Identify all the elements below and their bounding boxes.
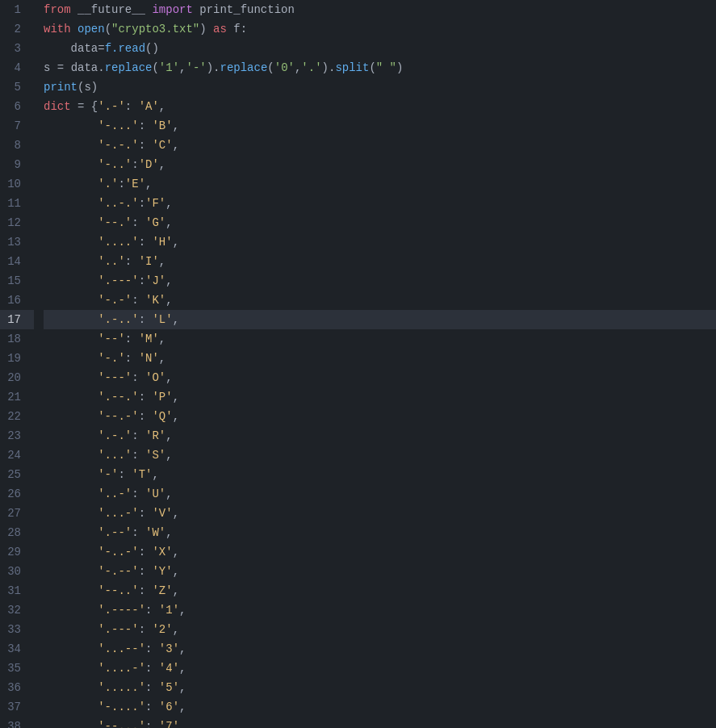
token: ,	[159, 352, 165, 365]
line-number-36: 36	[0, 678, 34, 697]
token	[44, 274, 98, 287]
token	[44, 720, 98, 728]
token: ,	[165, 429, 172, 442]
code-editor: 1234567891011121314151617181920212223242…	[0, 0, 716, 728]
code-line-1: from __future__ import print_function	[44, 0, 716, 19]
token: '-.-.'	[98, 139, 138, 152]
code-line-23: '.-.': 'R',	[44, 426, 716, 446]
token: 'V'	[152, 507, 172, 520]
token: (s)	[77, 81, 98, 94]
line-number-6: 6	[0, 97, 34, 116]
code-line-19: '-.': 'N',	[44, 349, 716, 368]
token: :	[139, 139, 153, 152]
token: ,	[159, 255, 165, 268]
token: '1'	[159, 604, 179, 617]
code-line-16: '-.-': 'K',	[44, 291, 716, 310]
token: 'E'	[125, 178, 145, 190]
token	[44, 604, 98, 617]
token: '-...'	[98, 119, 138, 132]
token: :	[139, 197, 145, 210]
line-number-29: 29	[0, 542, 34, 562]
line-number-15: 15	[0, 271, 34, 291]
token: '--..'	[98, 584, 138, 597]
token: ,	[165, 216, 172, 229]
token: (	[105, 23, 111, 36]
token: '.-'	[98, 100, 125, 113]
token: " "	[376, 61, 396, 74]
token: '---'	[98, 371, 132, 384]
line-number-37: 37	[0, 697, 34, 717]
token: ,	[165, 371, 172, 384]
code-line-2: with open("crypto3.txt") as f:	[44, 19, 716, 39]
token: '1'	[159, 61, 179, 74]
token: '...--'	[98, 642, 145, 655]
token: '.---'	[98, 623, 138, 636]
token: :	[145, 662, 159, 675]
code-line-25: '-': 'T',	[44, 465, 716, 484]
token: :	[125, 100, 139, 113]
token: 'K'	[145, 294, 165, 307]
token: '.'	[98, 178, 118, 190]
token	[44, 313, 98, 326]
token	[44, 507, 98, 520]
token: '--.-'	[98, 410, 138, 423]
token: )	[396, 61, 403, 74]
token: 'Q'	[152, 410, 172, 423]
token: ,	[173, 119, 179, 132]
token	[44, 197, 98, 210]
code-line-11: '..-.':'F',	[44, 194, 716, 213]
token: '-'	[98, 468, 118, 481]
code-line-38: '--...': '7',	[44, 717, 716, 728]
token: '.'	[301, 61, 321, 74]
token: :	[139, 313, 153, 326]
token: :	[139, 507, 153, 520]
token: :	[139, 119, 153, 132]
token: ,	[173, 623, 179, 636]
code-line-33: '.---': '2',	[44, 620, 716, 639]
token: ,	[159, 158, 165, 171]
code-line-26: '..-': 'U',	[44, 484, 716, 504]
token: ,	[173, 584, 179, 597]
token	[44, 662, 98, 675]
token: :	[145, 720, 159, 728]
token	[44, 158, 98, 171]
token	[44, 333, 98, 345]
token: ,	[179, 701, 186, 713]
token: (	[267, 61, 274, 74]
token	[71, 23, 77, 36]
token: ,	[179, 604, 186, 617]
code-line-4: s = data.replace('1','-').replace('0','.…	[44, 58, 716, 77]
token: replace	[220, 61, 268, 74]
line-number-38: 38	[0, 717, 34, 728]
token: '....-'	[98, 662, 145, 675]
token	[44, 623, 98, 636]
token	[44, 119, 98, 132]
code-line-21: '.--.': 'P',	[44, 387, 716, 407]
token: :	[145, 681, 159, 694]
token: 'T'	[132, 468, 152, 481]
token	[44, 236, 98, 249]
line-number-24: 24	[0, 446, 34, 465]
line-number-gutter: 1234567891011121314151617181920212223242…	[0, 0, 40, 728]
token: '-.-'	[98, 294, 132, 307]
token: :	[139, 584, 153, 597]
token	[44, 701, 98, 713]
token	[44, 526, 98, 539]
line-number-26: 26	[0, 484, 34, 504]
token: '-.--'	[98, 565, 138, 578]
token: ,	[165, 487, 172, 500]
code-line-37: '-....': '6',	[44, 697, 716, 717]
code-line-12: '--.': 'G',	[44, 213, 716, 232]
line-number-17: 17	[0, 310, 34, 329]
token: '3'	[159, 642, 179, 655]
line-number-32: 32	[0, 600, 34, 620]
token: ).	[207, 61, 220, 74]
token: 'S'	[145, 449, 165, 462]
token: s	[44, 61, 57, 74]
line-number-23: 23	[0, 426, 34, 446]
token: '4'	[159, 662, 179, 675]
token: ,	[165, 294, 172, 307]
token: replace	[105, 61, 153, 74]
token: :	[132, 526, 145, 539]
token: 'B'	[152, 119, 172, 132]
